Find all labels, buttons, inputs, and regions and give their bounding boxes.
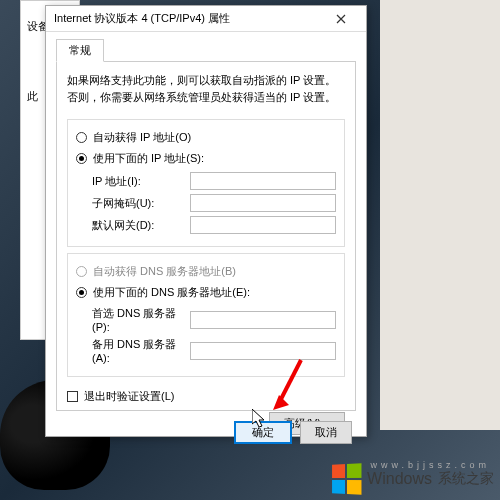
radio-ip-manual[interactable]: 使用下面的 IP 地址(S): bbox=[76, 151, 336, 166]
parent-label-2: 此 bbox=[27, 89, 38, 104]
radio-dns-auto-label: 自动获得 DNS 服务器地址(B) bbox=[93, 264, 236, 279]
ok-button[interactable]: 确定 bbox=[234, 421, 292, 444]
validate-label: 退出时验证设置(L) bbox=[84, 389, 174, 404]
radio-icon bbox=[76, 287, 87, 298]
radio-dns-manual-label: 使用下面的 DNS 服务器地址(E): bbox=[93, 285, 250, 300]
watermark-sub: 系统之家 bbox=[438, 470, 494, 488]
watermark-brand: Windows bbox=[367, 470, 432, 488]
ipv4-properties-dialog: Internet 协议版本 4 (TCP/IPv4) 属性 常规 如果网络支持此… bbox=[45, 5, 367, 437]
dns-preferred-input[interactable] bbox=[190, 311, 336, 329]
radio-icon bbox=[76, 153, 87, 164]
ip-group: 自动获得 IP 地址(O) 使用下面的 IP 地址(S): IP 地址(I): … bbox=[67, 119, 345, 247]
titlebar[interactable]: Internet 协议版本 4 (TCP/IPv4) 属性 bbox=[46, 6, 366, 32]
radio-icon bbox=[76, 266, 87, 277]
checkbox-icon bbox=[67, 391, 78, 402]
gateway-row: 默认网关(D): bbox=[92, 216, 336, 234]
dns-group: 自动获得 DNS 服务器地址(B) 使用下面的 DNS 服务器地址(E): 首选… bbox=[67, 253, 345, 377]
subnet-mask-label: 子网掩码(U): bbox=[92, 196, 190, 211]
tab-content: 如果网络支持此功能，则可以获取自动指派的 IP 设置。否则，你需要从网络系统管理… bbox=[56, 61, 356, 411]
radio-ip-manual-label: 使用下面的 IP 地址(S): bbox=[93, 151, 204, 166]
dns-preferred-label: 首选 DNS 服务器(P): bbox=[92, 306, 190, 333]
radio-icon bbox=[76, 132, 87, 143]
gateway-label: 默认网关(D): bbox=[92, 218, 190, 233]
gateway-input[interactable] bbox=[190, 216, 336, 234]
close-button[interactable] bbox=[324, 9, 358, 29]
dns-alternate-label: 备用 DNS 服务器(A): bbox=[92, 337, 190, 364]
radio-ip-auto[interactable]: 自动获得 IP 地址(O) bbox=[76, 130, 336, 145]
close-icon bbox=[336, 14, 346, 24]
radio-ip-auto-label: 自动获得 IP 地址(O) bbox=[93, 130, 191, 145]
radio-dns-manual[interactable]: 使用下面的 DNS 服务器地址(E): bbox=[76, 285, 336, 300]
validate-row[interactable]: 退出时验证设置(L) bbox=[67, 389, 345, 404]
dns-alternate-row: 备用 DNS 服务器(A): bbox=[92, 337, 336, 364]
radio-dns-auto: 自动获得 DNS 服务器地址(B) bbox=[76, 264, 336, 279]
tab-strip: 常规 bbox=[46, 32, 366, 61]
tab-general[interactable]: 常规 bbox=[56, 39, 104, 62]
subnet-mask-row: 子网掩码(U): bbox=[92, 194, 336, 212]
dns-alternate-input[interactable] bbox=[190, 342, 336, 360]
dns-preferred-row: 首选 DNS 服务器(P): bbox=[92, 306, 336, 333]
ip-address-row: IP 地址(I): bbox=[92, 172, 336, 190]
ip-address-input[interactable] bbox=[190, 172, 336, 190]
windows-logo-icon bbox=[332, 463, 361, 495]
cancel-button[interactable]: 取消 bbox=[300, 421, 352, 444]
dialog-title: Internet 协议版本 4 (TCP/IPv4) 属性 bbox=[54, 11, 324, 26]
subnet-mask-input[interactable] bbox=[190, 194, 336, 212]
watermark-url: www.bjjssz.com bbox=[370, 460, 490, 470]
description-text: 如果网络支持此功能，则可以获取自动指派的 IP 设置。否则，你需要从网络系统管理… bbox=[67, 72, 345, 105]
ip-address-label: IP 地址(I): bbox=[92, 174, 190, 189]
background-panel bbox=[380, 0, 500, 430]
